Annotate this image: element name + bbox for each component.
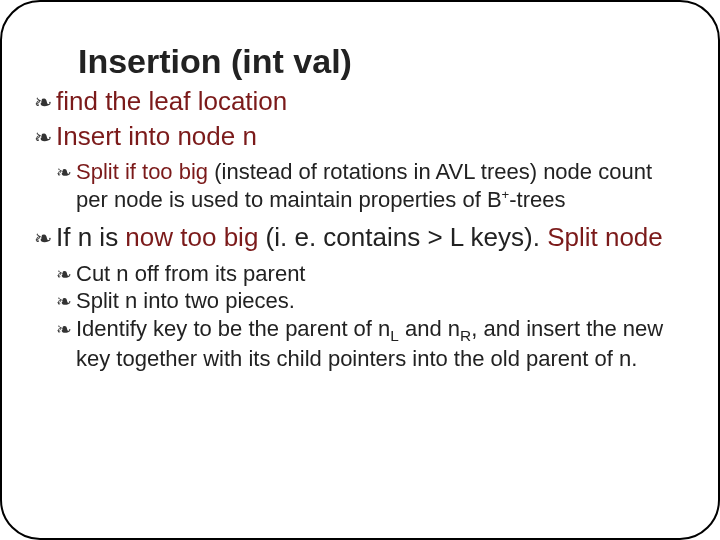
list-item-row: ❧If n is now too big (i. e. contains > L… bbox=[34, 221, 686, 254]
floral-bullet-icon: ❧ bbox=[56, 319, 76, 341]
bullet-text: Split n into two pieces. bbox=[76, 287, 295, 315]
bullet-text: Identify key to be the parent of nL and … bbox=[76, 315, 676, 373]
emphasis-text: Split node bbox=[547, 222, 663, 252]
emphasis-text: Insert into node n bbox=[56, 121, 257, 151]
slide-title: Insertion (int val) bbox=[78, 42, 686, 81]
text-run: (i. e. contains > L keys). bbox=[258, 222, 547, 252]
text-run: If n is bbox=[56, 222, 125, 252]
list-item-row: ❧Cut n off from its parent bbox=[56, 260, 686, 288]
floral-bullet-icon: ❧ bbox=[34, 89, 56, 116]
list-item-row: ❧Split if too big (instead of rotations … bbox=[56, 158, 686, 213]
floral-bullet-icon: ❧ bbox=[34, 124, 56, 151]
emphasis-text: now too big bbox=[125, 222, 258, 252]
floral-bullet-icon: ❧ bbox=[34, 225, 56, 252]
list-item: ❧Cut n off from its parent bbox=[56, 260, 686, 288]
bullet-text: Insert into node n bbox=[56, 120, 257, 153]
text-run: Identify key to be the parent of n bbox=[76, 316, 390, 341]
emphasis-text: find the leaf location bbox=[56, 86, 287, 116]
list-item: ❧Split n into two pieces. bbox=[56, 287, 686, 315]
bullet-text: If n is now too big (i. e. contains > L … bbox=[56, 221, 663, 254]
sub-list: ❧Cut n off from its parent❧Split n into … bbox=[56, 260, 686, 373]
list-item-row: ❧find the leaf location bbox=[34, 85, 686, 118]
list-item: ❧Identify key to be the parent of nL and… bbox=[56, 315, 686, 373]
bullet-list: ❧find the leaf location❧Insert into node… bbox=[34, 85, 686, 373]
list-item-row: ❧Insert into node n bbox=[34, 120, 686, 153]
list-item: ❧Split if too big (instead of rotations … bbox=[56, 158, 686, 213]
text-run: and n bbox=[399, 316, 460, 341]
floral-bullet-icon: ❧ bbox=[56, 264, 76, 286]
text-run: Cut n off from its parent bbox=[76, 261, 305, 286]
sub-list: ❧Split if too big (instead of rotations … bbox=[56, 158, 686, 213]
text-run: -trees bbox=[509, 187, 565, 212]
bullet-text: Cut n off from its parent bbox=[76, 260, 305, 288]
text-run: Split n into two pieces. bbox=[76, 288, 295, 313]
list-item-row: ❧Split n into two pieces. bbox=[56, 287, 686, 315]
list-item: ❧Insert into node n❧Split if too big (in… bbox=[34, 120, 686, 214]
list-item: ❧find the leaf location bbox=[34, 85, 686, 118]
list-item: ❧If n is now too big (i. e. contains > L… bbox=[34, 221, 686, 373]
emphasis-text: Split if too big bbox=[76, 159, 208, 184]
subscript: R bbox=[460, 327, 471, 344]
floral-bullet-icon: ❧ bbox=[56, 162, 76, 184]
bullet-text: Split if too big (instead of rotations i… bbox=[76, 158, 676, 213]
subscript: L bbox=[390, 327, 399, 344]
bullet-text: find the leaf location bbox=[56, 85, 287, 118]
slide-frame: Insertion (int val) ❧find the leaf locat… bbox=[0, 0, 720, 540]
list-item-row: ❧Identify key to be the parent of nL and… bbox=[56, 315, 686, 373]
floral-bullet-icon: ❧ bbox=[56, 291, 76, 313]
